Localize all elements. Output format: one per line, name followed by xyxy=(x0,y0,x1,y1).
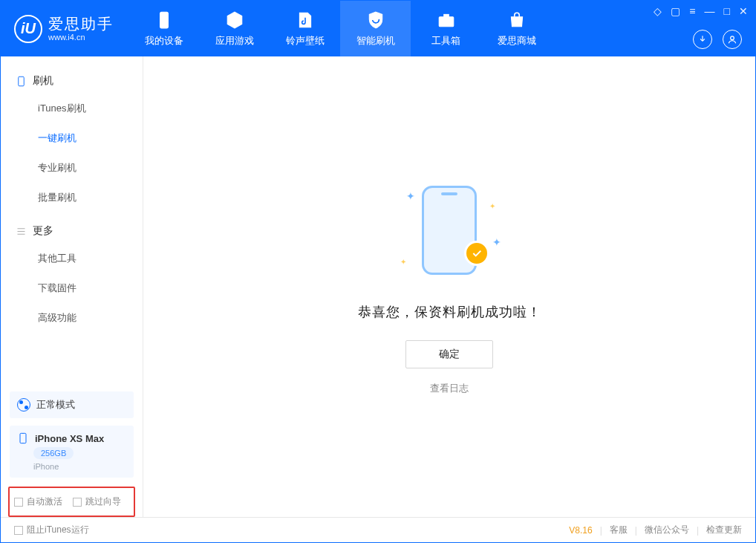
app-title: 爱思助手 xyxy=(48,15,114,33)
music-file-icon xyxy=(296,10,315,30)
app-logo: iU 爱思助手 www.i4.cn xyxy=(1,15,128,43)
checkbox-icon xyxy=(14,498,23,507)
list-icon xyxy=(16,226,27,237)
sidebar-group-more: 更多 xyxy=(1,217,143,244)
sparkle-icon: ✦ xyxy=(406,190,415,202)
checkbox-label: 跳过向导 xyxy=(85,495,121,508)
tshirt-icon[interactable]: ◇ xyxy=(654,5,662,17)
window-controls: ◇ ▢ ≡ — □ ✕ xyxy=(654,5,748,17)
nav-label: 智能刷机 xyxy=(356,34,395,48)
sparkle-icon: ✦ xyxy=(400,258,406,266)
check-badge-icon xyxy=(464,241,489,266)
mode-icon xyxy=(17,398,30,412)
feedback-icon[interactable]: ▢ xyxy=(671,5,680,17)
sparkle-icon: ✦ xyxy=(492,236,501,248)
checkbox-auto-activate[interactable]: 自动激活 xyxy=(14,495,62,508)
logo-icon: iU xyxy=(14,15,42,43)
group-label: 刷机 xyxy=(33,74,53,88)
sidebar-item-itunes-flash[interactable]: iTunes刷机 xyxy=(1,94,143,123)
checkbox-skip-guide[interactable]: 跳过向导 xyxy=(73,495,121,508)
svg-rect-4 xyxy=(19,77,25,86)
nav-apps[interactable]: 应用游戏 xyxy=(199,1,270,56)
svg-rect-2 xyxy=(443,14,449,16)
device-icon xyxy=(154,10,174,30)
top-nav: 我的设备 应用游戏 铃声壁纸 智能刷机 工具箱 爱思商城 xyxy=(128,1,552,56)
minimize-button[interactable]: — xyxy=(705,5,715,17)
svg-point-3 xyxy=(731,36,734,40)
sidebar-item-pro-flash[interactable]: 专业刷机 xyxy=(1,153,143,183)
download-button[interactable] xyxy=(693,30,712,49)
nav-label: 我的设备 xyxy=(145,34,183,48)
sidebar-item-other-tools[interactable]: 其他工具 xyxy=(1,244,143,273)
checkbox-stop-itunes[interactable]: 阻止iTunes运行 xyxy=(14,524,89,536)
device-panel: 正常模式 iPhone XS Max 256GB iPhone xyxy=(1,391,143,487)
success-message: 恭喜您，保资料刷机成功啦！ xyxy=(358,303,541,321)
nav-label: 铃声壁纸 xyxy=(286,34,325,48)
device-type: iPhone xyxy=(33,462,126,471)
header-actions xyxy=(693,30,742,49)
phone-icon xyxy=(17,432,29,444)
group-label: 更多 xyxy=(33,224,53,238)
nav-toolbox[interactable]: 工具箱 xyxy=(411,1,481,56)
menu-icon[interactable]: ≡ xyxy=(689,5,695,17)
checkbox-icon xyxy=(73,498,82,507)
device-name: iPhone XS Max xyxy=(35,433,104,444)
device-capacity: 256GB xyxy=(33,447,74,459)
checkbox-label: 阻止iTunes运行 xyxy=(27,524,89,536)
nav-label: 爱思商城 xyxy=(498,34,536,48)
sidebar: 刷机 iTunes刷机 一键刷机 专业刷机 批量刷机 更多 其他工具 下载固件 … xyxy=(1,56,143,517)
support-link[interactable]: 客服 xyxy=(610,524,628,536)
nav-label: 工具箱 xyxy=(431,34,460,48)
checkbox-icon xyxy=(14,526,23,535)
sidebar-item-advanced[interactable]: 高级功能 xyxy=(1,303,143,333)
status-bar: 阻止iTunes运行 V8.16 | 客服 | 微信公众号 | 检查更新 xyxy=(1,517,755,542)
checkbox-label: 自动激活 xyxy=(27,495,62,508)
main-content: ✦ ✦ ✦ ✦ 恭喜您，保资料刷机成功啦！ 确定 查看日志 xyxy=(143,56,755,517)
app-header: iU 爱思助手 www.i4.cn 我的设备 应用游戏 铃声壁纸 智能刷机 工具… xyxy=(1,1,755,56)
sidebar-item-batch-flash[interactable]: 批量刷机 xyxy=(1,183,143,212)
shield-refresh-icon xyxy=(366,10,385,30)
device-info[interactable]: iPhone XS Max 256GB iPhone xyxy=(10,426,134,478)
view-log-link[interactable]: 查看日志 xyxy=(430,382,469,395)
sidebar-item-oneclick-flash[interactable]: 一键刷机 xyxy=(1,123,143,153)
mode-label: 正常模式 xyxy=(36,398,75,412)
briefcase-icon xyxy=(437,10,456,30)
sparkle-icon: ✦ xyxy=(489,202,495,210)
check-update-link[interactable]: 检查更新 xyxy=(706,524,742,536)
close-button[interactable]: ✕ xyxy=(739,5,748,17)
nav-label: 应用游戏 xyxy=(215,34,254,48)
flash-options-row: 自动激活 跳过向导 xyxy=(8,487,135,517)
cube-icon xyxy=(225,10,244,30)
sidebar-item-download-firmware[interactable]: 下载固件 xyxy=(1,273,143,303)
bag-icon xyxy=(507,10,527,30)
nav-ringtones[interactable]: 铃声壁纸 xyxy=(270,1,340,56)
svg-rect-5 xyxy=(20,433,26,443)
nav-my-device[interactable]: 我的设备 xyxy=(128,1,199,56)
ok-button[interactable]: 确定 xyxy=(405,340,493,368)
success-illustration: ✦ ✦ ✦ ✦ xyxy=(397,178,501,282)
svg-rect-0 xyxy=(160,12,168,28)
version-label: V8.16 xyxy=(569,525,592,536)
nav-flash[interactable]: 智能刷机 xyxy=(340,1,411,56)
wechat-link[interactable]: 微信公众号 xyxy=(645,524,689,536)
svg-rect-1 xyxy=(439,16,454,26)
account-button[interactable] xyxy=(723,30,742,49)
device-mode[interactable]: 正常模式 xyxy=(10,391,134,418)
phone-outline-icon xyxy=(16,76,27,87)
sidebar-group-flash: 刷机 xyxy=(1,67,143,94)
nav-store[interactable]: 爱思商城 xyxy=(481,1,552,56)
app-subtitle: www.i4.cn xyxy=(48,33,114,42)
maximize-button[interactable]: □ xyxy=(724,5,730,17)
app-body: 刷机 iTunes刷机 一键刷机 专业刷机 批量刷机 更多 其他工具 下载固件 … xyxy=(1,56,755,517)
